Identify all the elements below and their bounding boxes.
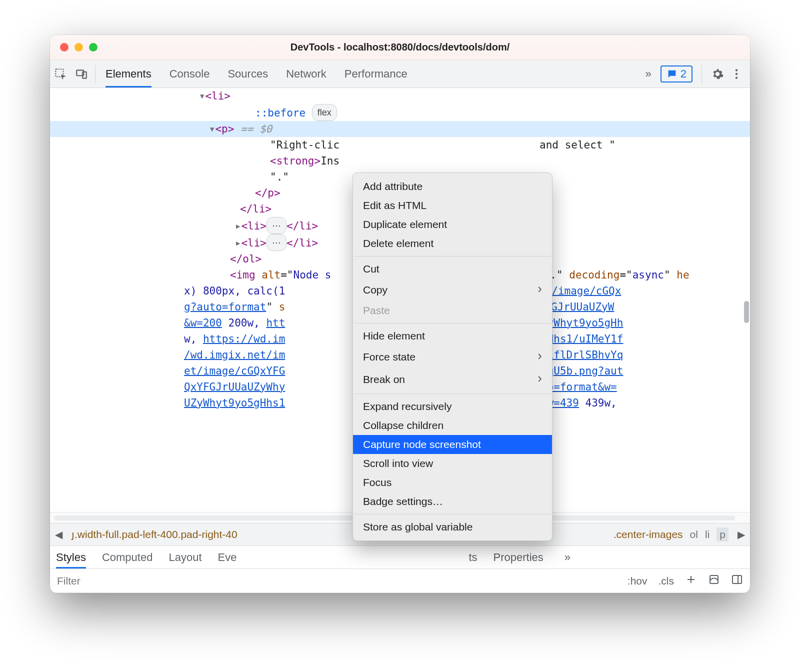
disclosure-triangle-icon[interactable] — [236, 220, 240, 232]
inspect-element-icon[interactable] — [50, 68, 71, 80]
url-link[interactable]: /wd.imgix.net/im — [184, 349, 285, 361]
menu-item[interactable]: Expand recursively — [353, 397, 552, 416]
pane-tab-computed[interactable]: Computed — [102, 546, 153, 568]
tab-network[interactable]: Network — [286, 60, 326, 88]
breadcrumb-item[interactable]: ȷ.width-full.pad-left-400.pad-right-40 — [72, 528, 238, 540]
menu-item[interactable]: Break on — [353, 368, 552, 390]
menu-item-label: Paste — [363, 304, 390, 316]
url-link[interactable]: et/image/cGQxYFG — [184, 365, 285, 377]
settings-icon[interactable] — [711, 68, 724, 80]
pane-tab-event-listeners-truncated[interactable]: Eve — [218, 546, 237, 568]
breadcrumb-right-icon[interactable]: ▶ — [736, 528, 747, 540]
hover-toggle[interactable]: :hov — [628, 575, 648, 587]
url-link[interactable]: htt — [266, 317, 285, 329]
menu-item[interactable]: Scroll into view — [353, 454, 552, 473]
svg-point-4 — [736, 72, 738, 74]
dom-line[interactable]: <strong>Ins — [50, 153, 750, 169]
separator — [95, 65, 96, 83]
panel-tabs: Elements Console Sources Network Perform… — [106, 60, 408, 88]
url-link[interactable]: g?auto=format — [184, 301, 266, 313]
toggle-sidebar-icon[interactable] — [731, 574, 743, 588]
disclosure-triangle-icon[interactable] — [236, 237, 240, 249]
disclosure-triangle-icon[interactable] — [210, 123, 214, 135]
minimize-window-button[interactable] — [74, 43, 83, 52]
toolbar-right: » 2 — [642, 65, 750, 83]
window-title: DevTools - localhost:8080/docs/devtools/… — [50, 42, 750, 53]
issues-badge[interactable]: 2 — [660, 66, 692, 82]
dom-line[interactable]: <li> — [50, 88, 750, 104]
cls-toggle[interactable]: .cls — [658, 575, 674, 587]
ellipsis-badge[interactable]: ⋯ — [266, 234, 286, 251]
device-toolbar-icon[interactable] — [71, 68, 92, 80]
menu-item[interactable]: Store as global variable — [353, 518, 552, 536]
breadcrumb-item[interactable]: .center-images — [614, 528, 683, 540]
url-link[interactable]: https://wd.im — [203, 333, 285, 345]
context-menu[interactable]: Add attributeEdit as HTMLDuplicate eleme… — [352, 172, 552, 541]
menu-item-label: Badge settings… — [363, 496, 443, 508]
kebab-menu-icon[interactable] — [730, 68, 743, 80]
menu-item-label: Focus — [363, 476, 392, 488]
more-pane-tabs-icon[interactable]: » — [562, 551, 574, 564]
menu-separator — [354, 514, 551, 514]
computed-styles-icon[interactable] — [708, 574, 720, 588]
svg-point-3 — [736, 69, 738, 71]
menu-item-label: Capture node screenshot — [363, 438, 481, 450]
menu-item-label: Edit as HTML — [363, 200, 426, 212]
menu-item-label: Add attribute — [363, 180, 422, 192]
dom-line[interactable]: "Right-clicand select " — [50, 137, 750, 153]
issues-icon — [666, 68, 678, 80]
pane-tab-breakpoints-truncated[interactable]: ts — [468, 546, 477, 568]
styles-panel-tabs: Styles Computed Layout Eve ts Properties… — [50, 546, 750, 569]
menu-item[interactable]: Add attribute — [353, 177, 552, 196]
menu-item[interactable]: Focus — [353, 473, 552, 492]
flex-badge[interactable]: flex — [312, 104, 337, 121]
styles-filter-input[interactable] — [50, 575, 628, 587]
ellipsis-badge[interactable]: ⋯ — [266, 217, 286, 234]
menu-item: Paste — [353, 301, 552, 320]
dom-line[interactable]: ::before flex — [50, 104, 750, 121]
separator — [702, 65, 702, 83]
issues-count: 2 — [680, 68, 686, 80]
menu-separator — [354, 394, 551, 394]
menu-item[interactable]: Edit as HTML — [353, 196, 552, 215]
breadcrumb-item[interactable]: li — [705, 528, 710, 540]
menu-item[interactable]: Duplicate element — [353, 215, 552, 234]
tab-performance[interactable]: Performance — [344, 60, 408, 88]
dom-selected-line[interactable]: <p> == $0 — [50, 121, 750, 137]
close-window-button[interactable] — [60, 43, 68, 52]
menu-item[interactable]: Hide element — [353, 326, 552, 346]
menu-item-label: Duplicate element — [363, 218, 447, 230]
disclosure-triangle-icon[interactable] — [200, 90, 204, 102]
url-link[interactable]: UZyWhyt9yo5gHhs1 — [184, 397, 285, 409]
menu-item[interactable]: Capture node screenshot — [353, 435, 552, 454]
menu-item-label: Expand recursively — [363, 400, 452, 412]
menu-item[interactable]: Delete element — [353, 234, 552, 253]
vertical-scrollbar-thumb[interactable] — [744, 301, 749, 323]
url-link[interactable]: &w=200 — [184, 317, 222, 329]
menu-item-label: Force state — [363, 351, 416, 363]
menu-item-label: Delete element — [363, 238, 434, 250]
menu-item[interactable]: Cut — [353, 260, 552, 278]
new-style-rule-icon[interactable] — [685, 574, 697, 588]
pane-tab-styles[interactable]: Styles — [56, 546, 86, 568]
more-tabs-icon[interactable]: » — [642, 68, 654, 80]
breadcrumb-item-active[interactable]: p — [716, 528, 728, 542]
tab-elements[interactable]: Elements — [106, 60, 152, 88]
breadcrumb-item[interactable]: ol — [690, 528, 698, 540]
menu-item-label: Hide element — [363, 330, 425, 342]
pane-tab-layout[interactable]: Layout — [168, 546, 202, 568]
url-link[interactable]: QxYFGJrUUaUZyWhy — [184, 381, 285, 393]
zoom-window-button[interactable] — [89, 43, 98, 52]
svg-point-5 — [736, 76, 738, 78]
menu-item[interactable]: Badge settings… — [353, 492, 552, 511]
pane-tab-properties[interactable]: Properties — [494, 546, 544, 568]
svg-rect-7 — [732, 576, 742, 584]
menu-item[interactable]: Force state — [353, 346, 552, 368]
tab-sources[interactable]: Sources — [228, 60, 268, 88]
menu-item[interactable]: Collapse children — [353, 416, 552, 435]
menu-item[interactable]: Copy — [353, 278, 552, 301]
tab-console[interactable]: Console — [170, 60, 210, 88]
styles-tools: :hov .cls — [628, 574, 750, 588]
menu-separator — [354, 256, 551, 256]
breadcrumb-left-icon[interactable]: ◀ — [53, 528, 64, 540]
